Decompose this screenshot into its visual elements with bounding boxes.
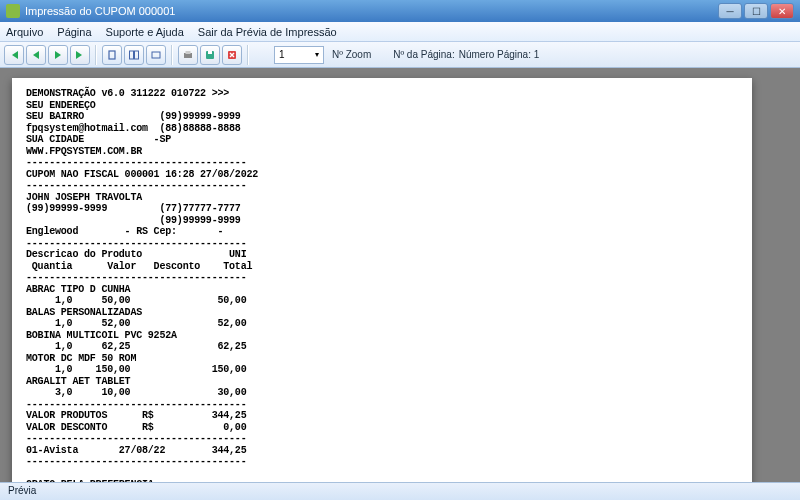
- svg-rect-5: [186, 51, 191, 54]
- view-multi-button[interactable]: [124, 45, 144, 65]
- titlebar: Impressão do CUPOM 000001 ─ ☐ ✕: [0, 0, 800, 22]
- page-label: Nº da Página:: [393, 49, 454, 60]
- svg-rect-7: [208, 51, 212, 54]
- svg-rect-2: [135, 51, 139, 59]
- menu-sair[interactable]: Sair da Prévia de Impressão: [198, 26, 337, 38]
- maximize-button[interactable]: ☐: [744, 3, 768, 19]
- app-icon: [6, 4, 20, 18]
- view-single-button[interactable]: [102, 45, 122, 65]
- svg-rect-0: [109, 51, 115, 59]
- nav-prev-button[interactable]: [26, 45, 46, 65]
- menu-pagina[interactable]: Página: [57, 26, 91, 38]
- window-title: Impressão do CUPOM 000001: [25, 5, 175, 17]
- save-button[interactable]: [200, 45, 220, 65]
- minimize-button[interactable]: ─: [718, 3, 742, 19]
- receipt-content: DEMONSTRAÇÃO v6.0 311222 010722 >>> SEU …: [26, 88, 738, 482]
- print-button[interactable]: [178, 45, 198, 65]
- zoom-label: Nº Zoom: [332, 49, 371, 60]
- view-fit-button[interactable]: [146, 45, 166, 65]
- svg-rect-1: [130, 51, 134, 59]
- statusbar: Prévia: [0, 482, 800, 500]
- zoom-select[interactable]: 1 ▾: [274, 46, 324, 64]
- toolbar-separator: [171, 45, 173, 65]
- preview-workspace[interactable]: DEMONSTRAÇÃO v6.0 311222 010722 >>> SEU …: [0, 68, 800, 482]
- zoom-value: 1: [279, 49, 285, 60]
- status-text: Prévia: [8, 485, 36, 496]
- chevron-down-icon: ▾: [315, 50, 319, 59]
- nav-last-button[interactable]: [70, 45, 90, 65]
- preview-page: DEMONSTRAÇÃO v6.0 311222 010722 >>> SEU …: [12, 78, 752, 482]
- svg-rect-3: [152, 52, 160, 58]
- close-button[interactable]: ✕: [770, 3, 794, 19]
- page-value: Número Página: 1: [459, 49, 540, 60]
- menu-suporte[interactable]: Suporte e Ajuda: [106, 26, 184, 38]
- toolbar-separator: [95, 45, 97, 65]
- toolbar-separator: [247, 45, 249, 65]
- menu-arquivo[interactable]: Arquivo: [6, 26, 43, 38]
- nav-next-button[interactable]: [48, 45, 68, 65]
- nav-first-button[interactable]: [4, 45, 24, 65]
- menubar: Arquivo Página Suporte e Ajuda Sair da P…: [0, 22, 800, 42]
- exit-button[interactable]: [222, 45, 242, 65]
- toolbar: 1 ▾ Nº Zoom Nº da Página: Número Página:…: [0, 42, 800, 68]
